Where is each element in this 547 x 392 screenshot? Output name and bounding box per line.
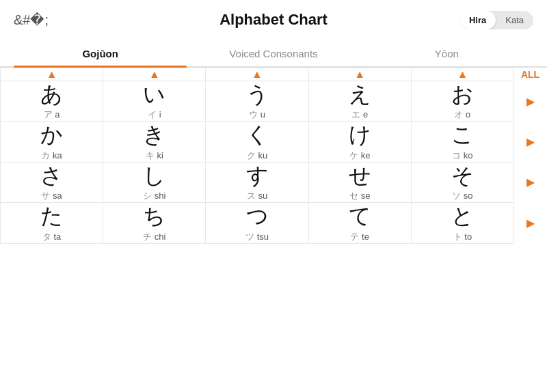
up-arrows-row: ▲ ▲ ▲ ▲ ▲ ALL xyxy=(1,68,547,81)
kana-cell-ku[interactable]: く ク ku xyxy=(206,122,308,162)
up-arrow-col4[interactable]: ▲ xyxy=(308,68,411,81)
kana-cell-so[interactable]: そ ソ so xyxy=(411,162,513,202)
page-title: Alphabet Chart xyxy=(219,11,328,29)
up-arrow-col5[interactable]: ▲ xyxy=(411,68,513,81)
row-play-ta[interactable]: ▶ xyxy=(514,203,547,243)
up-arrow-col2[interactable]: ▲ xyxy=(103,68,206,81)
alphabet-chart-table: ▲ ▲ ▲ ▲ ▲ ALL あ ア a い イ i う ウ u え エ e お … xyxy=(0,68,547,244)
table-row: た タ ta ち チ chi つ ツ tsu て テ te と ト to ▶ xyxy=(1,203,547,243)
tab-bar: Gojūon Voiced Consonants Yōon xyxy=(0,40,547,68)
tab-gojuon[interactable]: Gojūon xyxy=(14,40,187,66)
row-play-a[interactable]: ▶ xyxy=(514,81,547,122)
kana-cell-se[interactable]: せ セ se xyxy=(308,162,411,202)
up-arrow-col3[interactable]: ▲ xyxy=(206,68,308,81)
kana-cell-u[interactable]: う ウ u xyxy=(206,81,308,122)
kata-toggle-button[interactable]: Kata xyxy=(496,11,533,29)
kana-cell-chi[interactable]: ち チ chi xyxy=(103,203,206,243)
hira-toggle-button[interactable]: Hira xyxy=(459,11,496,29)
kana-cell-shi[interactable]: し シ shi xyxy=(103,162,206,202)
kana-cell-e[interactable]: え エ e xyxy=(308,81,411,122)
kana-cell-i[interactable]: い イ i xyxy=(103,81,206,122)
back-button[interactable]: &#�; xyxy=(14,13,49,27)
table-row: あ ア a い イ i う ウ u え エ e お オ o ▶ xyxy=(1,81,547,122)
kana-cell-ko[interactable]: こ コ ko xyxy=(411,122,513,162)
table-row: か カ ka き キ ki く ク ku け ケ ke こ コ ko ▶ xyxy=(1,122,547,162)
kana-cell-ta[interactable]: た タ ta xyxy=(1,203,103,243)
kana-cell-sa[interactable]: さ サ sa xyxy=(1,162,103,202)
header: &#�; Alphabet Chart Hira Kata xyxy=(0,0,547,40)
all-button[interactable]: ALL xyxy=(514,68,547,81)
hira-kata-toggle: Hira Kata xyxy=(459,11,533,29)
kana-cell-o[interactable]: お オ o xyxy=(411,81,513,122)
row-play-sa[interactable]: ▶ xyxy=(514,162,547,202)
table-row: さ サ sa し シ shi す ス su せ セ se そ ソ so ▶ xyxy=(1,162,547,202)
kana-cell-tsu[interactable]: つ ツ tsu xyxy=(206,203,308,243)
row-play-ka[interactable]: ▶ xyxy=(514,122,547,162)
tab-voiced-consonants[interactable]: Voiced Consonants xyxy=(187,40,360,66)
kana-cell-ki[interactable]: き キ ki xyxy=(103,122,206,162)
up-arrow-col1[interactable]: ▲ xyxy=(1,68,103,81)
kana-cell-ke[interactable]: け ケ ke xyxy=(308,122,411,162)
kana-cell-a[interactable]: あ ア a xyxy=(1,81,103,122)
kana-cell-to[interactable]: と ト to xyxy=(411,203,513,243)
kana-cell-ka[interactable]: か カ ka xyxy=(1,122,103,162)
tab-yoon[interactable]: Yōon xyxy=(360,40,533,66)
kana-cell-su[interactable]: す ス su xyxy=(206,162,308,202)
kana-cell-te[interactable]: て テ te xyxy=(308,203,411,243)
